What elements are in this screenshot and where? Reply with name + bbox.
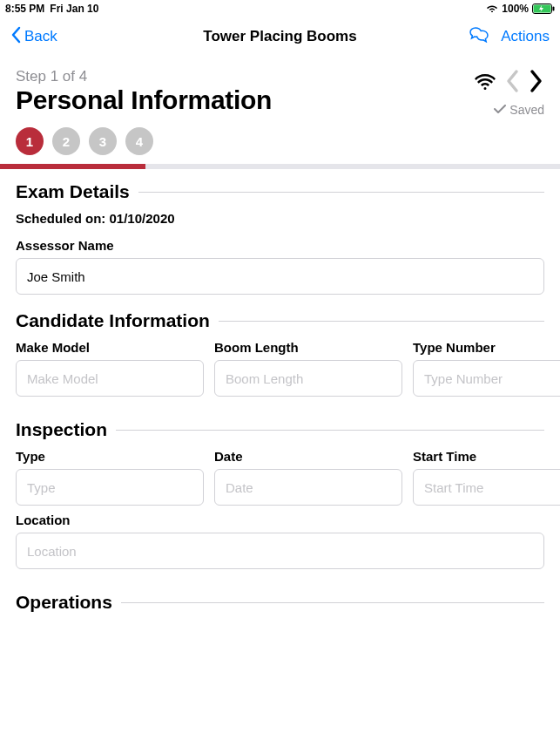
section-title-inspection: Inspection (16, 419, 107, 440)
make-model-input[interactable] (16, 360, 204, 397)
divider (121, 602, 544, 603)
battery-label: 100% (502, 3, 529, 15)
progress-fill (0, 164, 145, 169)
inspection-location-label: Location (16, 513, 544, 527)
status-time: 8:55 PM (5, 3, 44, 15)
battery-icon (532, 3, 555, 14)
back-label: Back (24, 28, 57, 45)
inspection-type-input[interactable] (16, 469, 204, 506)
step-pill-4[interactable]: 4 (125, 127, 153, 155)
saved-indicator: Saved (494, 103, 544, 117)
progress-rest (145, 164, 560, 169)
section-candidate-info: Candidate Information Make Model Boom Le… (0, 298, 560, 407)
inspection-start-time-input[interactable] (413, 469, 560, 506)
actions-button[interactable]: Actions (501, 28, 550, 45)
divider (219, 321, 544, 322)
status-date: Fri Jan 10 (50, 3, 98, 15)
next-step-button[interactable] (529, 68, 544, 98)
check-icon (494, 103, 506, 117)
make-model-label: Make Model (16, 340, 204, 355)
section-title-operations: Operations (16, 592, 112, 613)
wifi-icon (486, 3, 498, 15)
section-operations: Operations (0, 580, 560, 625)
scheduled-on-label: Scheduled on: 01/10/2020 (16, 211, 544, 226)
progress-bar (0, 164, 560, 169)
section-inspection: Inspection Type Date Start Time End Time… (0, 407, 560, 580)
inspection-start-time-label: Start Time (413, 449, 560, 464)
chevron-left-icon (10, 26, 21, 48)
divider (138, 192, 544, 193)
back-button[interactable]: Back (10, 26, 57, 48)
page-title: Personal Information (16, 85, 475, 115)
status-bar: 8:55 PM Fri Jan 10 100% (0, 0, 560, 17)
assessor-name-input[interactable] (16, 258, 544, 295)
inspection-date-input[interactable] (214, 469, 402, 506)
page-nav-title: Tower Placing Booms (203, 28, 356, 45)
comment-icon[interactable] (469, 27, 489, 47)
nav-bar: Back Tower Placing Booms Actions (0, 17, 560, 56)
step-pill-2[interactable]: 2 (52, 127, 80, 155)
saved-label: Saved (509, 103, 544, 117)
section-title-exam: Exam Details (16, 181, 130, 202)
inspection-date-label: Date (214, 449, 402, 464)
assessor-name-label: Assessor Name (16, 238, 544, 253)
boom-length-label: Boom Length (214, 340, 402, 355)
step-label: Step 1 of 4 (16, 68, 475, 85)
step-pills: 1 2 3 4 (0, 117, 560, 164)
section-exam-details: Exam Details Scheduled on: 01/10/2020 As… (0, 169, 560, 298)
svg-rect-2 (553, 7, 555, 11)
boom-length-input[interactable] (214, 360, 402, 397)
step-header: Step 1 of 4 Personal Information Saved (0, 56, 560, 117)
inspection-type-label: Type (16, 449, 204, 464)
divider (116, 430, 544, 431)
nav-actions: Actions (469, 27, 550, 47)
inspection-location-input[interactable] (16, 533, 544, 569)
wifi-large-icon (475, 72, 496, 93)
type-number-label: Type Number (413, 340, 560, 355)
type-number-input[interactable] (413, 360, 560, 397)
section-title-candidate: Candidate Information (16, 310, 210, 331)
step-pill-1[interactable]: 1 (16, 127, 44, 155)
prev-step-button[interactable] (504, 68, 520, 98)
step-pill-3[interactable]: 3 (89, 127, 117, 155)
